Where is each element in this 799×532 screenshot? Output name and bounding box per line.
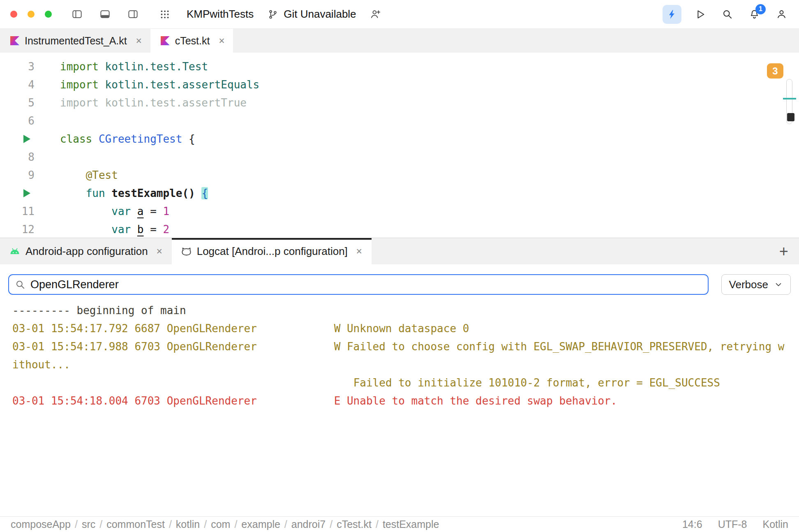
code-line-text: var a = 1: [41, 202, 169, 220]
close-tab-icon[interactable]: ✕: [136, 37, 142, 45]
close-window-button[interactable]: [10, 11, 17, 18]
gutter-cell: 9: [0, 166, 41, 184]
breadcrumb-separator: /: [200, 518, 211, 530]
minimize-window-button[interactable]: [28, 11, 35, 18]
code-line-text: @Test: [41, 166, 118, 184]
line-number: 4: [28, 76, 35, 94]
panel-tab-logcat[interactable]: Logcat [Androi...p configuration] ✕: [172, 238, 372, 264]
notification-badge: 1: [755, 4, 766, 14]
breadcrumb-item[interactable]: cTest.kt: [337, 518, 372, 530]
logcat-search-input[interactable]: [30, 278, 702, 291]
code-line: 5import kotlin.test.assertTrue: [0, 94, 799, 112]
left-panel-icon: [72, 9, 83, 20]
kotlin-file-icon: [10, 36, 19, 45]
toggle-right-panel-button[interactable]: [124, 6, 141, 23]
editor-tab-ctest[interactable]: cTest.kt ✕: [150, 29, 233, 53]
notifications-button[interactable]: 1: [746, 6, 763, 23]
collaborate-button[interactable]: [367, 6, 384, 23]
breadcrumb-separator: /: [326, 518, 337, 530]
breadcrumb-item[interactable]: example: [241, 518, 280, 530]
code-line-text: var b = 2: [41, 220, 169, 238]
breadcrumb-item[interactable]: composeApp: [11, 518, 71, 530]
play-icon: [694, 9, 706, 20]
code-line: 12 var b = 2: [0, 220, 799, 238]
line-number: 3: [28, 58, 35, 76]
code-line: 8: [0, 148, 799, 166]
logcat-search-box[interactable]: [8, 274, 709, 295]
run-test-gutter-icon[interactable]: [23, 189, 30, 197]
breadcrumb-separator: /: [372, 518, 383, 530]
workspaces-button[interactable]: [156, 6, 173, 23]
right-panel-icon: [127, 9, 139, 20]
code-line: class CGreetingTest {: [0, 130, 799, 148]
breadcrumb-item[interactable]: commonTest: [106, 518, 165, 530]
file-language[interactable]: Kotlin: [762, 518, 788, 530]
search-icon: [15, 279, 25, 290]
inspection-badge[interactable]: 3: [767, 63, 783, 79]
code-lines: 3import kotlin.test.Test4import kotlin.t…: [0, 58, 799, 238]
code-line-text: [41, 112, 60, 130]
log-level-label: Verbose: [729, 278, 768, 291]
editor-tab-instrumentedtest[interactable]: InstrumentedTest_A.kt ✕: [0, 29, 150, 53]
scrollbar-info-mark[interactable]: [783, 98, 796, 99]
panel-tab-bar: Android-app configuration ✕ Logcat [Andr…: [0, 238, 799, 264]
code-line: fun testExample() {: [0, 184, 799, 202]
grid-dots-icon: [159, 9, 170, 20]
status-widgets: 14:6 UTF-8 Kotlin: [682, 518, 788, 530]
git-widget[interactable]: Git Unavailable: [268, 8, 356, 21]
breadcrumb-item[interactable]: com: [211, 518, 230, 530]
code-line-text: import kotlin.test.assertEquals: [41, 76, 259, 94]
logcat-toolbar: Verbose: [0, 264, 799, 301]
gutter-cell: 5: [0, 94, 41, 112]
gutter-cell: 6: [0, 112, 41, 130]
breadcrumb-item[interactable]: androi7: [291, 518, 326, 530]
log-line: ithout...: [12, 356, 799, 374]
code-editor[interactable]: 3import kotlin.test.Test4import kotlin.t…: [0, 53, 799, 238]
toggle-left-panel-button[interactable]: [68, 6, 85, 23]
run-test-gutter-icon[interactable]: [23, 135, 30, 143]
titlebar-right-actions: 1: [663, 5, 790, 24]
breadcrumb-separator: /: [71, 518, 82, 530]
breadcrumb: composeApp/src/commonTest/kotlin/com/exa…: [11, 518, 439, 530]
line-number: 9: [28, 166, 35, 184]
logcat-cat-icon: [181, 246, 192, 257]
log-line: 03-01 15:54:17.7926687OpenGLRendererWUnk…: [12, 319, 799, 338]
close-tab-icon[interactable]: ✕: [356, 247, 363, 255]
breadcrumb-separator: /: [280, 518, 291, 530]
git-status-label: Git Unavailable: [284, 8, 356, 21]
account-button[interactable]: [773, 6, 790, 23]
breadcrumb-item[interactable]: kotlin: [176, 518, 200, 530]
log-line: 03-01 15:54:17.9886703OpenGLRendererWFai…: [12, 338, 799, 356]
run-button[interactable]: [691, 6, 709, 23]
line-number: 12: [22, 220, 35, 238]
add-person-icon: [370, 9, 381, 20]
gutter-cell: [0, 184, 41, 202]
log-level-dropdown[interactable]: Verbose: [721, 274, 791, 295]
close-tab-icon[interactable]: ✕: [156, 247, 163, 255]
code-line: 3import kotlin.test.Test: [0, 58, 799, 76]
gutter-cell: 8: [0, 148, 41, 166]
breadcrumb-item[interactable]: src: [82, 518, 95, 530]
run-lightning-button[interactable]: [663, 5, 681, 24]
toggle-bottom-panel-button[interactable]: [96, 6, 113, 23]
search-everywhere-button[interactable]: [718, 6, 736, 23]
gutter-cell: 4: [0, 76, 41, 94]
line-number: 5: [28, 94, 35, 112]
lightning-icon: [667, 9, 677, 20]
gutter-cell: 12: [0, 220, 41, 238]
project-name[interactable]: KMPwithTests: [187, 8, 254, 21]
titlebar: KMPwithTests Git Unavailable: [0, 0, 799, 29]
search-icon: [722, 9, 733, 20]
caret-position[interactable]: 14:6: [682, 518, 702, 530]
scrollbar-caret-mark[interactable]: [787, 113, 794, 121]
code-line: 4import kotlin.test.assertEquals: [0, 76, 799, 94]
panel-tab-label: Android-app configuration: [25, 245, 148, 258]
panel-tab-android-config[interactable]: Android-app configuration ✕: [0, 238, 172, 264]
add-tab-button[interactable]: +: [779, 243, 788, 259]
breadcrumb-item[interactable]: testExample: [383, 518, 439, 530]
file-encoding[interactable]: UTF-8: [718, 518, 747, 530]
line-number: 6: [28, 112, 35, 130]
logcat-output[interactable]: --------- beginning of main03-01 15:54:1…: [0, 301, 799, 516]
close-tab-icon[interactable]: ✕: [218, 37, 225, 45]
zoom-window-button[interactable]: [45, 11, 52, 18]
